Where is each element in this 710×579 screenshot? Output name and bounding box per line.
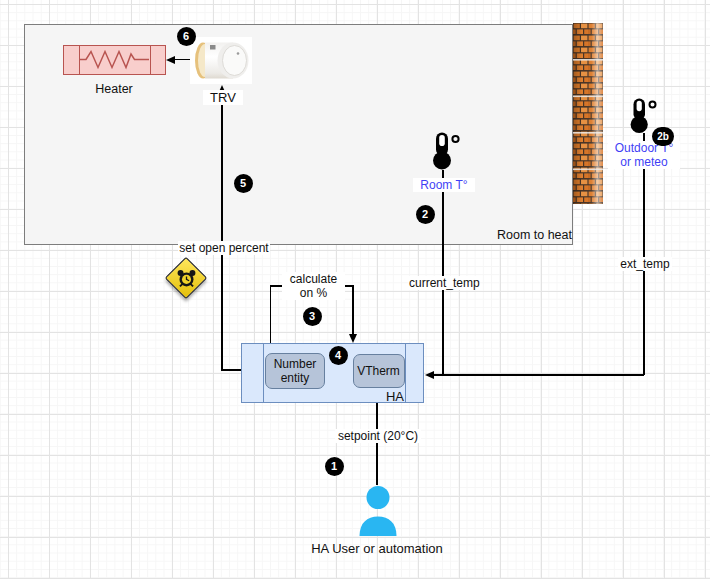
room-thermometer-icon — [430, 131, 460, 171]
edge-current-temp — [442, 170, 444, 375]
number-entity-label: Number entity — [266, 357, 324, 386]
step-badge-1: 1 — [325, 457, 344, 476]
number-entity-node: Number entity — [265, 353, 325, 389]
room-temp-label: Room T° — [413, 178, 475, 192]
step-badge-3: 3 — [303, 307, 322, 326]
vtherm-node: VTherm — [353, 354, 405, 388]
outdoor-temp-label: Outdoor T° or meteo — [608, 141, 680, 169]
brick-wall-image — [573, 23, 603, 204]
heater-label: Heater — [84, 82, 144, 97]
arrowhead-into-vtherm-icon — [349, 334, 357, 343]
user-label: HA User or automation — [297, 541, 457, 556]
current-temp-label: current_temp — [408, 276, 480, 290]
arrowhead-into-ha-icon — [425, 371, 434, 379]
calculate-on-percent-label: calculate on % — [282, 272, 345, 300]
edge-trv-to-heater — [174, 59, 191, 61]
resistor-icon — [64, 46, 164, 73]
heater-shape — [63, 45, 166, 75]
arrowhead-into-heater-icon — [166, 56, 175, 64]
trv-label: TRV — [203, 90, 243, 105]
setpoint-label: setpoint (20°C) — [335, 429, 421, 443]
edge-temps-into-ha — [434, 374, 644, 376]
edge-set-open-vertical — [221, 93, 223, 370]
step-badge-6: 6 — [177, 27, 196, 46]
trv-image — [190, 37, 252, 84]
user-icon — [354, 484, 402, 536]
vtherm-label: VTherm — [357, 364, 400, 378]
diagram-canvas: Number entity VTherm HA — [0, 0, 710, 579]
set-open-percent-label: set open percent — [178, 241, 270, 255]
ha-box-label: HA — [378, 389, 404, 404]
ha-box-right-bar — [405, 344, 406, 402]
alarm-clock-icon — [171, 263, 201, 293]
step-badge-4: 4 — [329, 346, 348, 365]
step-badge-5: 5 — [234, 174, 253, 193]
ext-temp-label: ext_temp — [618, 257, 672, 271]
ha-box-left-bar — [263, 344, 264, 402]
edge-calculate-right — [352, 286, 354, 335]
step-badge-2: 2 — [416, 205, 435, 224]
step-badge-2b: 2b — [652, 127, 674, 146]
edge-calculate-left — [270, 286, 272, 344]
room-to-heat-label: Room to heat — [480, 228, 572, 243]
trv-cylinder-icon — [190, 37, 252, 84]
